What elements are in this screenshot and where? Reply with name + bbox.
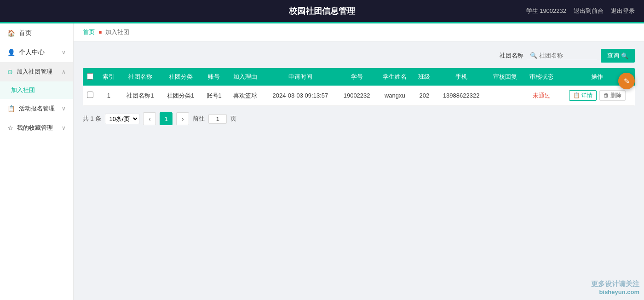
row-club-category: 社团分类1 xyxy=(161,86,201,106)
row-checkbox-cell xyxy=(83,86,98,106)
next-page-btn[interactable]: › xyxy=(176,112,189,125)
table-row: 1 社团名称1 社团分类1 账号1 喜欢篮球 2024-03-03 09:13:… xyxy=(83,86,635,106)
th-club-name: 社团名称 xyxy=(120,68,161,86)
search-icon: 🔍 xyxy=(530,52,537,59)
row-phone: 13988622322 xyxy=(436,86,487,106)
sidebar-join-club-label: 加入社团 xyxy=(11,87,35,93)
row-class: 202 xyxy=(413,86,436,106)
sidebar-group-collection[interactable]: ☆ 我的收藏管理 ∨ xyxy=(0,118,73,138)
sidebar-collection-label: 我的收藏管理 xyxy=(17,124,58,132)
goto-label: 前往 xyxy=(193,115,205,123)
breadcrumb-current: 加入社团 xyxy=(105,28,129,36)
prev-page-btn[interactable]: ‹ xyxy=(143,112,156,125)
watermark-line2: bisheyun.com xyxy=(591,288,639,295)
th-club-category: 社团分类 xyxy=(161,68,201,86)
th-student-name: 学生姓名 xyxy=(377,68,413,86)
th-status: 审核状态 xyxy=(523,68,560,86)
float-action-btn[interactable]: ✎ xyxy=(618,73,635,89)
sidebar-group-join-management[interactable]: ⊙ 加入社团管理 ∧ xyxy=(0,62,73,81)
main: 首页 ■ 加入社团 社团名称 🔍 查询 🔍 ✎ xyxy=(74,23,644,300)
th-checkbox xyxy=(83,68,98,86)
per-page-select[interactable]: 10条/页20条/页50条/页 xyxy=(105,114,139,124)
logout-btn[interactable]: 退出登录 xyxy=(611,7,635,15)
th-index: 索引 xyxy=(98,68,120,86)
sidebar-item-home[interactable]: 🏠 首页 xyxy=(0,23,73,43)
sidebar-personal-label: 个人中心 xyxy=(19,48,58,57)
row-status: 未通过 xyxy=(523,86,560,106)
float-btn-icon: ✎ xyxy=(624,77,630,86)
th-student-id: 学号 xyxy=(337,68,377,86)
header-actions: 学生 19002232 退出到前台 退出登录 xyxy=(526,7,635,15)
th-phone: 手机 xyxy=(436,68,487,86)
sidebar-group-personal[interactable]: 👤 个人中心 ∨ xyxy=(0,43,73,62)
content-area: 社团名称 🔍 查询 🔍 ✎ xyxy=(74,41,644,300)
back-to-front-btn[interactable]: 退出到前台 xyxy=(574,7,604,15)
delete-btn[interactable]: 🗑 删除 xyxy=(599,90,626,101)
row-club-name: 社团名称1 xyxy=(120,86,161,106)
sidebar-join-management-label: 加入社团管理 xyxy=(17,68,58,76)
table-wrapper: 索引 社团名称 社团分类 账号 加入理由 申请时间 学号 学生姓名 班级 手机 … xyxy=(83,68,635,106)
home-icon: 🏠 xyxy=(7,29,15,37)
user-icon: 👤 xyxy=(7,49,15,56)
row-reason: 喜欢篮球 xyxy=(227,86,264,106)
watermark-line1: 更多设计请关注 xyxy=(591,280,639,288)
search-button[interactable]: 查询 🔍 xyxy=(601,49,635,63)
search-input-wrapper: 🔍 xyxy=(527,51,597,60)
breadcrumb-home[interactable]: 首页 xyxy=(83,28,95,36)
chevron-up-icon: ∧ xyxy=(62,69,66,75)
watermark: 更多设计请关注 bisheyun.com xyxy=(591,280,639,295)
chevron-down-icon: ∨ xyxy=(62,49,66,56)
header: 校园社团信息管理 学生 19002232 退出到前台 退出登录 xyxy=(0,0,644,22)
search-btn-label: 查询 xyxy=(607,52,619,60)
sidebar: 🏠 首页 👤 个人中心 ∨ ⊙ 加入社团管理 ∧ 加入社团 📋 活动报名管理 ∨… xyxy=(0,23,74,300)
th-reason: 加入理由 xyxy=(227,68,264,86)
layout: 🏠 首页 👤 个人中心 ∨ ⊙ 加入社团管理 ∧ 加入社团 📋 活动报名管理 ∨… xyxy=(0,23,644,300)
search-input[interactable] xyxy=(539,52,594,59)
row-review-reply xyxy=(487,86,523,106)
row-student-id: 19002232 xyxy=(337,86,377,106)
chevron-down-icon-2: ∨ xyxy=(62,105,66,112)
search-bar: 社团名称 🔍 查询 🔍 xyxy=(83,49,635,63)
breadcrumb: 首页 ■ 加入社团 xyxy=(74,23,644,41)
table-header-row: 索引 社团名称 社团分类 账号 加入理由 申请时间 学号 学生姓名 班级 手机 … xyxy=(83,68,635,86)
breadcrumb-separator: ■ xyxy=(98,29,102,35)
pagination: 共 1 条 10条/页20条/页50条/页 ‹ 1 › 前往 页 xyxy=(83,112,635,125)
page-1-btn[interactable]: 1 xyxy=(160,112,172,125)
sidebar-activity-label: 活动报名管理 xyxy=(19,104,58,113)
sidebar-home-label: 首页 xyxy=(19,29,32,37)
th-apply-time: 申请时间 xyxy=(264,68,337,86)
th-review-reply: 审核回复 xyxy=(487,68,523,86)
th-class: 班级 xyxy=(413,68,436,86)
sidebar-group-activity[interactable]: 📋 活动报名管理 ∨ xyxy=(0,99,73,118)
collection-icon: ☆ xyxy=(7,124,13,132)
search-label: 社团名称 xyxy=(500,52,523,60)
join-icon: ⊙ xyxy=(7,68,13,75)
current-user: 学生 19002232 xyxy=(526,7,566,15)
row-apply-time: 2024-03-03 09:13:57 xyxy=(264,86,337,106)
search-btn-icon: 🔍 xyxy=(621,52,628,59)
page-label: 页 xyxy=(230,115,236,123)
row-checkbox[interactable] xyxy=(87,92,93,98)
row-student-name: wangxu xyxy=(377,86,413,106)
row-account: 账号1 xyxy=(201,86,227,106)
app-title: 校园社团信息管理 xyxy=(289,6,355,17)
activity-icon: 📋 xyxy=(7,105,15,112)
th-account: 账号 xyxy=(201,68,227,86)
total-count: 共 1 条 xyxy=(83,115,101,123)
row-index: 1 xyxy=(98,86,120,106)
select-all-checkbox[interactable] xyxy=(87,73,93,80)
data-table: 索引 社团名称 社团分类 账号 加入理由 申请时间 学号 学生姓名 班级 手机 … xyxy=(83,68,635,106)
detail-btn[interactable]: 📋 详情 xyxy=(569,90,597,101)
chevron-down-icon-3: ∨ xyxy=(62,125,66,131)
sidebar-item-join-club[interactable]: 加入社团 xyxy=(0,81,73,99)
goto-page-input[interactable] xyxy=(208,114,227,124)
